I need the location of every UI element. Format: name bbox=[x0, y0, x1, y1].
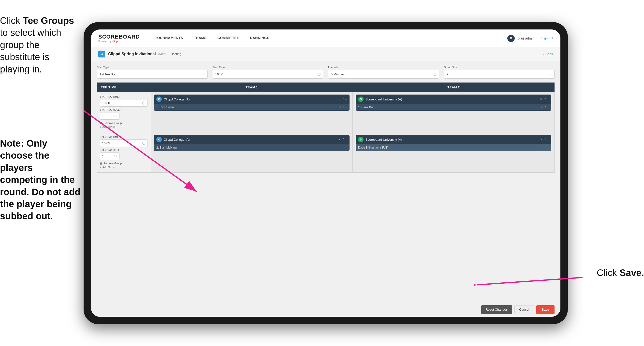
start-time-field: Start Time 10:00 🕐 bbox=[212, 66, 324, 79]
intervals-input[interactable]: 5 Minutes 🕐 bbox=[328, 70, 439, 79]
remove-group-icon-1: 🗑 bbox=[100, 122, 102, 124]
starting-time-input-1[interactable]: 10:00 🕐 bbox=[100, 99, 148, 107]
player-x-btn-1-2[interactable]: ✕ bbox=[339, 146, 341, 149]
remove-group-btn-1[interactable]: 🗑 Remove Group bbox=[100, 122, 148, 124]
team1-arrow-btn-2[interactable]: ⌃⌄ bbox=[342, 138, 347, 141]
team2-controls-2: ✕ ⌃⌄ bbox=[540, 138, 549, 141]
note-text: Note: Only choose the players competing … bbox=[0, 137, 81, 223]
group-size-label: Group Size bbox=[444, 66, 555, 69]
team2-card-header-2: S Scoreboard University (A) ✕ ⌃⌄ bbox=[356, 135, 551, 144]
start-type-field: Start Type 1st Tee Start ⌃⌄ bbox=[97, 66, 208, 79]
subheader-logo: C bbox=[98, 50, 105, 57]
starting-time-clock-icon-2: 🕐 bbox=[142, 142, 146, 145]
player-arrow-btn-2-1[interactable]: ⌃⌄ bbox=[544, 106, 549, 109]
nav-teams[interactable]: TEAMS bbox=[188, 29, 212, 47]
team2-arrow-btn-1[interactable]: ⌃⌄ bbox=[544, 97, 549, 101]
team2-name-1: Scoreboard University (A) bbox=[366, 97, 538, 101]
start-type-label: Start Type bbox=[97, 66, 208, 69]
group-size-arrow-icon: ⌃⌄ bbox=[548, 73, 552, 76]
team1-card-2: C Clippd College (A) ✕ ⌃⌄ 2. Blair McHar… bbox=[154, 135, 350, 151]
tee-row-1: STARTING TIME: 10:00 🕐 STARTING HOLE: 1 … bbox=[97, 92, 554, 132]
starting-hole-label-1: STARTING HOLE: bbox=[100, 108, 148, 111]
team2-icon-2: S bbox=[358, 137, 364, 142]
remove-group-btn-2[interactable]: 🗑 Remove Group bbox=[100, 162, 148, 165]
team2-card-header-1: S Scoreboard University (A) ✕ ⌃⌄ bbox=[356, 94, 551, 104]
subheader-back[interactable]: ‹ Back bbox=[543, 52, 553, 56]
team2-x-btn-1[interactable]: ✕ bbox=[540, 97, 542, 101]
nav-committee[interactable]: COMMITTEE bbox=[212, 29, 245, 47]
team2-arrow-btn-2[interactable]: ⌃⌄ bbox=[544, 138, 549, 141]
team2-card-1: S Scoreboard University (A) ✕ ⌃⌄ 1. Rees… bbox=[356, 94, 551, 111]
nav-links: TOURNAMENTS TEAMS COMMITTEE RANKINGS bbox=[150, 29, 507, 47]
add-group-btn-1[interactable]: + Add Group bbox=[100, 125, 148, 128]
starting-hole-value-1: 1 bbox=[102, 114, 104, 118]
click-save-text: Click Save. bbox=[597, 268, 644, 278]
player-arrow-btn-1-1[interactable]: ⌃⌄ bbox=[343, 106, 347, 109]
nav-signout[interactable]: Sign out bbox=[541, 36, 553, 40]
intervals-value: 5 Minutes bbox=[331, 72, 344, 76]
tee-time-header: Tee Time bbox=[97, 82, 151, 92]
starting-hole-label-2: STARTING HOLE: bbox=[100, 149, 148, 151]
starting-time-input-2[interactable]: 10:05 🕐 bbox=[100, 139, 148, 147]
intervals-clock-icon: 🕐 bbox=[433, 73, 436, 76]
intervals-label: Intervals bbox=[328, 66, 439, 69]
player-row-1-1: 1. Rich Butler ✕ ⌃⌄ bbox=[154, 104, 350, 110]
instruction-text: Click Tee Groups to select which group t… bbox=[0, 15, 81, 75]
player-arrow-btn-2-2[interactable]: ⌃⌄ bbox=[544, 146, 549, 149]
logo-powered: Powered by clippd bbox=[98, 40, 140, 43]
start-type-value: 1st Tee Start bbox=[100, 72, 118, 76]
reset-changes-button[interactable]: Reset Changes bbox=[481, 305, 512, 314]
group-size-input[interactable]: 2 ⌃⌄ bbox=[444, 70, 555, 79]
player-controls-1-1: ✕ ⌃⌄ bbox=[339, 106, 347, 109]
team1-card-header-1: C Clippd College (A) ✕ ⌃⌄ bbox=[154, 94, 350, 104]
tee-time-cell-2: STARTING TIME: 10:05 🕐 STARTING HOLE: 1 … bbox=[97, 132, 151, 172]
team1-x-btn-1[interactable]: ✕ bbox=[338, 97, 341, 101]
nav-rankings[interactable]: RANKINGS bbox=[244, 29, 275, 47]
player-name-1-2: 2. Blair McHarg bbox=[156, 146, 337, 149]
team2-name-2: Scoreboard University (A) bbox=[366, 138, 538, 141]
logo-area: SCOREBOARD Powered by clippd bbox=[98, 34, 140, 43]
team1-x-btn-2[interactable]: ✕ bbox=[338, 138, 341, 141]
main-content: Start Type 1st Tee Start ⌃⌄ Start Time 1… bbox=[91, 61, 560, 302]
nav-username: blair admin bbox=[518, 36, 534, 40]
team2-x-btn-2[interactable]: ✕ bbox=[540, 138, 542, 141]
nav-tournaments[interactable]: TOURNAMENTS bbox=[150, 29, 188, 47]
team2-cell-1: S Scoreboard University (A) ✕ ⌃⌄ 1. Rees… bbox=[353, 92, 554, 132]
player-x-btn-1-1[interactable]: ✕ bbox=[339, 106, 341, 109]
start-time-input[interactable]: 10:00 🕐 bbox=[212, 70, 324, 79]
logo-brand: clippd bbox=[112, 40, 119, 43]
team1-controls-2: ✕ ⌃⌄ bbox=[338, 138, 347, 141]
team1-name-2: Clippd College (A) bbox=[164, 138, 336, 141]
team1-card-header-2: C Clippd College (A) ✕ ⌃⌄ bbox=[154, 135, 350, 144]
team1-card-1: C Clippd College (A) ✕ ⌃⌄ 1. Rich Butler… bbox=[154, 94, 350, 111]
start-time-label: Start Time bbox=[212, 66, 324, 69]
starting-time-label-1: STARTING TIME: bbox=[100, 95, 148, 98]
team2-cell-2: S Scoreboard University (A) ✕ ⌃⌄ Dave Bi… bbox=[353, 132, 554, 172]
note-bold-prefix: Note: Only choose the players competing … bbox=[0, 138, 80, 221]
team1-cell-2: C Clippd College (A) ✕ ⌃⌄ 2. Blair McHar… bbox=[151, 132, 353, 172]
player-arrow-btn-1-2[interactable]: ⌃⌄ bbox=[343, 146, 347, 149]
start-time-value: 10:00 bbox=[215, 72, 224, 76]
team1-icon-2: C bbox=[156, 137, 162, 142]
subheader-tournament: Clippd Spring Invitational bbox=[108, 52, 156, 56]
group-size-field: Group Size 2 ⌃⌄ bbox=[444, 66, 555, 79]
cancel-button[interactable]: Cancel bbox=[514, 305, 534, 314]
remove-group-label-1: Remove Group bbox=[104, 122, 122, 124]
starting-hole-input-2[interactable]: 1 ⌃⌄ bbox=[100, 152, 120, 160]
player-x-btn-2-1[interactable]: ✕ bbox=[541, 106, 543, 109]
team1-arrow-btn-1[interactable]: ⌃⌄ bbox=[342, 97, 347, 101]
add-group-label-1: Add Group bbox=[102, 125, 115, 128]
player-x-btn-2-2[interactable]: ✕ bbox=[541, 146, 543, 149]
start-type-input[interactable]: 1st Tee Start ⌃⌄ bbox=[97, 70, 208, 79]
navbar: SCOREBOARD Powered by clippd TOURNAMENTS… bbox=[91, 29, 560, 47]
subheader-hosting: Hosting bbox=[170, 52, 182, 56]
intervals-field: Intervals 5 Minutes 🕐 bbox=[328, 66, 439, 79]
starting-hole-input-1[interactable]: 1 ⌃⌄ bbox=[100, 112, 120, 120]
tee-table-header: Tee Time Team 1 Team 2 bbox=[97, 82, 554, 92]
remove-group-icon-2: 🗑 bbox=[100, 162, 102, 165]
add-group-btn-2[interactable]: + Add Group bbox=[100, 166, 148, 169]
subheader: C Clippd Spring Invitational (Men) Hosti… bbox=[91, 47, 560, 61]
team2-controls-1: ✕ ⌃⌄ bbox=[540, 97, 549, 101]
starting-hole-arrow-icon-1: ⌃⌄ bbox=[113, 115, 117, 117]
save-button[interactable]: Save bbox=[536, 305, 554, 314]
